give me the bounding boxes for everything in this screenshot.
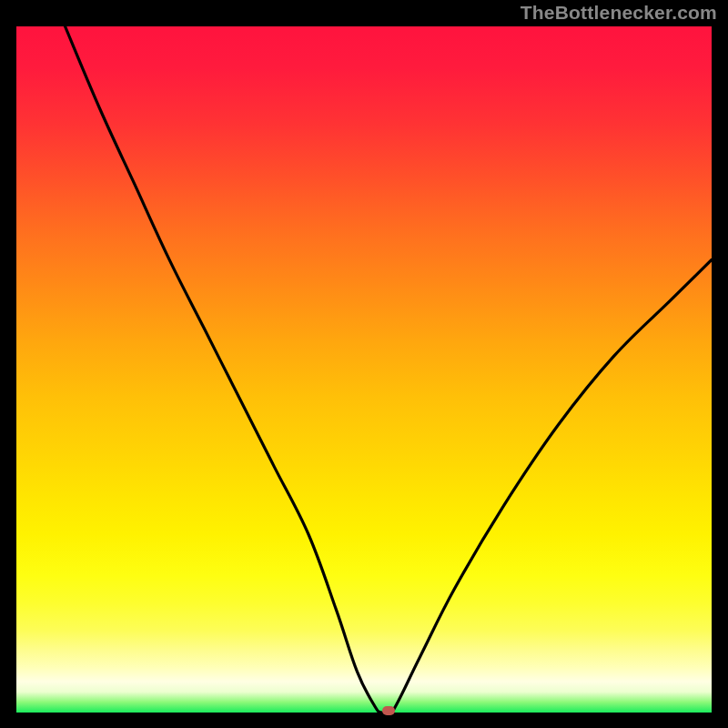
plot-area (16, 26, 712, 713)
bottleneck-curve-path (66, 26, 713, 713)
chart-container: TheBottlenecker.com (0, 0, 728, 728)
watermark-text: TheBottlenecker.com (521, 2, 717, 24)
curve-svg (16, 26, 712, 713)
chart-marker (382, 706, 395, 715)
